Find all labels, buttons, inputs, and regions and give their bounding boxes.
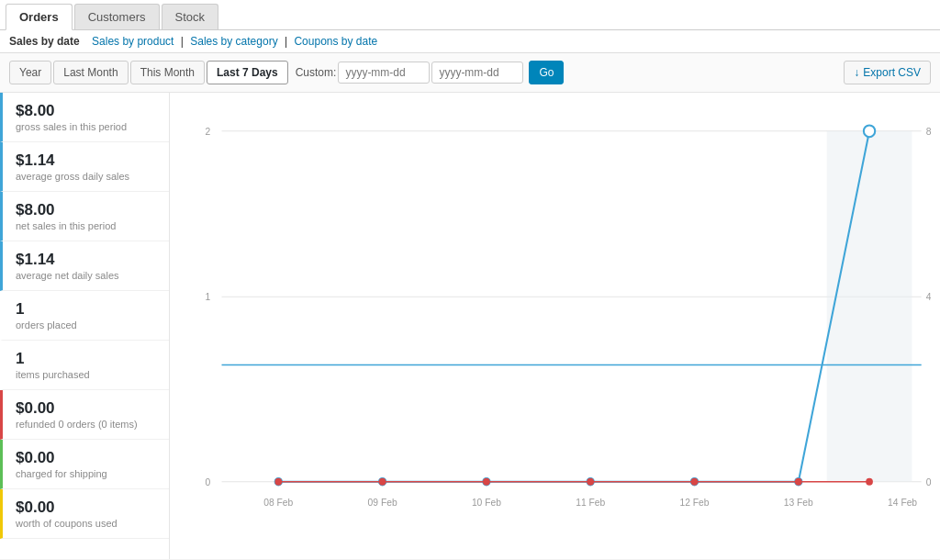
svg-point-27 <box>588 479 593 485</box>
stat-value-1: $1.14 <box>16 151 156 170</box>
svg-point-24 <box>275 479 281 485</box>
custom-date-end[interactable] <box>431 62 523 84</box>
svg-rect-9 <box>827 131 912 482</box>
filter-bar: Year Last Month This Month Last 7 Days C… <box>0 53 940 93</box>
stat-value-8: $0.00 <box>16 498 156 517</box>
svg-text:13 Feb: 13 Feb <box>784 498 813 508</box>
subnav-link-product[interactable]: Sales by product <box>92 35 173 48</box>
stat-item-0: $8.00 gross sales in this period <box>0 93 169 142</box>
stat-item-6: $0.00 refunded 0 orders (0 items) <box>0 390 169 440</box>
export-label: Export CSV <box>863 66 921 79</box>
svg-text:09 Feb: 09 Feb <box>368 498 397 508</box>
filter-last-month[interactable]: Last Month <box>53 61 128 84</box>
stat-value-3: $1.14 <box>16 251 156 269</box>
svg-text:14 Feb: 14 Feb <box>888 498 917 508</box>
svg-point-30 <box>867 479 872 485</box>
stat-label-6: refunded 0 orders (0 items) <box>16 419 156 430</box>
sales-chart: 2 1 0 8.16 4.08 0.00 08 Feb 09 Feb 10 Fe… <box>174 102 931 550</box>
stat-label-0: gross sales in this period <box>16 121 156 132</box>
custom-date-start[interactable] <box>338 62 430 84</box>
stat-item-2: $8.00 net sales in this period <box>0 192 169 241</box>
stat-label-2: net sales in this period <box>16 220 156 231</box>
stat-label-3: average net daily sales <box>16 270 156 281</box>
svg-text:08 Feb: 08 Feb <box>263 498 293 508</box>
stat-item-7: $0.00 charged for shipping <box>0 440 169 489</box>
download-icon: ↓ <box>854 66 859 79</box>
svg-text:8.16: 8.16 <box>926 127 931 137</box>
svg-point-26 <box>484 479 489 485</box>
stat-label-1: average gross daily sales <box>16 171 156 182</box>
stats-sidebar: $8.00 gross sales in this period $1.14 a… <box>0 93 170 559</box>
stat-value-0: $8.00 <box>16 102 156 120</box>
filter-year[interactable]: Year <box>9 61 51 84</box>
stat-value-6: $0.00 <box>16 399 156 418</box>
stat-label-7: charged for shipping <box>16 468 156 479</box>
top-tabs-bar: Orders Customers Stock <box>0 0 940 30</box>
svg-text:11 Feb: 11 Feb <box>576 498 605 508</box>
filter-this-month[interactable]: This Month <box>130 61 205 84</box>
chart-area: 2 1 0 8.16 4.08 0.00 08 Feb 09 Feb 10 Fe… <box>170 93 940 559</box>
sub-navigation: Sales by date Sales by product | Sales b… <box>0 30 940 53</box>
svg-text:12 Feb: 12 Feb <box>679 498 709 508</box>
main-content: $8.00 gross sales in this period $1.14 a… <box>0 93 940 559</box>
stat-item-8: $0.00 worth of coupons used <box>0 489 169 539</box>
svg-text:0: 0 <box>205 477 210 487</box>
tab-orders[interactable]: Orders <box>6 4 73 30</box>
subnav-prefix: Sales by date <box>9 35 80 48</box>
svg-text:1: 1 <box>205 292 210 302</box>
svg-point-28 <box>691 479 697 485</box>
custom-label: Custom: <box>296 66 337 79</box>
subnav-link-coupons[interactable]: Coupons by date <box>294 35 377 48</box>
svg-point-29 <box>796 479 801 485</box>
filter-last-7-days[interactable]: Last 7 Days <box>207 61 288 84</box>
stat-value-2: $8.00 <box>16 201 156 219</box>
svg-text:4.08: 4.08 <box>926 292 931 302</box>
stat-item-1: $1.14 average gross daily sales <box>0 142 169 192</box>
stat-value-5: 1 <box>16 350 156 368</box>
stat-item-5: 1 items purchased <box>0 341 169 390</box>
svg-point-23 <box>864 125 875 137</box>
stat-label-5: items purchased <box>16 369 156 380</box>
subnav-link-category[interactable]: Sales by category <box>190 35 277 48</box>
stat-item-3: $1.14 average net daily sales <box>0 241 169 291</box>
go-button[interactable]: Go <box>529 61 564 84</box>
svg-text:0.00: 0.00 <box>926 477 931 487</box>
stat-label-8: worth of coupons used <box>16 518 156 529</box>
export-csv-button[interactable]: ↓ Export CSV <box>844 61 931 84</box>
svg-point-25 <box>380 479 386 485</box>
svg-text:2: 2 <box>205 127 210 137</box>
stat-label-4: orders placed <box>16 319 156 330</box>
tab-stock[interactable]: Stock <box>162 4 219 29</box>
tab-customers[interactable]: Customers <box>74 4 160 29</box>
stat-value-7: $0.00 <box>16 449 156 467</box>
svg-text:10 Feb: 10 Feb <box>472 498 501 508</box>
stat-value-4: 1 <box>16 300 156 319</box>
stat-item-4: 1 orders placed <box>0 291 169 341</box>
